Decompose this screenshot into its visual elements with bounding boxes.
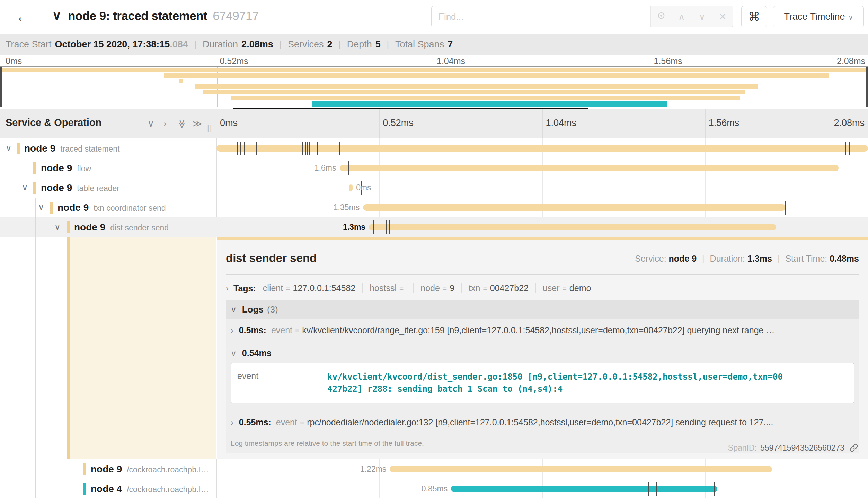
indent-guide	[35, 479, 36, 498]
back-arrow-icon: ←	[16, 9, 30, 24]
span-row[interactable]: ∨node 9traced statement	[0, 138, 868, 158]
summary-item: Services2	[288, 39, 333, 50]
log-field-key: event	[237, 371, 327, 395]
minimap-right-scrubber[interactable]	[866, 67, 868, 107]
chevron-down-icon[interactable]: ∨	[54, 222, 61, 232]
axis-tick-label: 0.52ms	[383, 118, 414, 128]
expand-all-icon[interactable]: ≫	[193, 118, 202, 129]
log-tick	[312, 142, 312, 155]
indent-guide	[68, 479, 68, 498]
overview-label: Start Time:	[785, 254, 830, 263]
minimap-left-scrubber[interactable]	[0, 67, 2, 107]
span-tree-cell[interactable]: ∨node 9txn coordinator send	[0, 198, 216, 217]
collapse-trace-icon[interactable]: ∨	[52, 8, 62, 23]
expand-one-icon[interactable]: ›	[163, 118, 167, 129]
service-name: node 9traced statement	[24, 143, 120, 154]
minimap-tick-label: 2.08ms	[837, 56, 865, 66]
axis-tick-label: 0ms	[220, 118, 238, 128]
span-row[interactable]: ∨node 9table reader0ms	[0, 178, 868, 198]
span-tree-cell[interactable]: node 9/cockroach.roachpb.I…	[0, 459, 216, 479]
log-row-toggle[interactable]: ›0.5ms:event=kv/kvclient/kvcoord/range_i…	[226, 319, 859, 342]
span-duration-bar[interactable]	[369, 224, 776, 230]
indent-guide	[35, 217, 36, 237]
detail-left-column	[0, 237, 216, 459]
span-bar-cell[interactable]: 0.85ms	[216, 479, 868, 498]
minimap-axis: 0ms0.52ms1.04ms1.56ms2.08ms	[0, 56, 868, 66]
tag-item: hostssl=	[370, 283, 406, 293]
service-color-bar	[83, 483, 86, 495]
axis-gridline	[705, 109, 706, 138]
summary-item: Total Spans7	[395, 39, 453, 50]
operation-name: traced statement	[60, 144, 119, 153]
minimap-span-bar	[203, 90, 745, 94]
log-row-toggle[interactable]: ∨0.54ms	[226, 342, 859, 362]
find-next-icon[interactable]: ∨	[696, 11, 708, 22]
span-bar-cell[interactable]: 1.35ms	[216, 198, 868, 217]
span-duration-bar[interactable]	[216, 145, 868, 152]
collapse-all-icon[interactable]: ≫	[177, 119, 187, 128]
span-duration-bar[interactable]	[340, 165, 839, 171]
locate-icon[interactable]	[655, 11, 667, 23]
separator	[413, 283, 414, 293]
service-color-bar	[33, 182, 36, 194]
back-button[interactable]: ←	[0, 0, 46, 33]
span-duration-bar[interactable]	[451, 486, 717, 492]
find-input[interactable]	[432, 6, 650, 27]
log-row-toggle[interactable]: ›0.55ms:event=rpc/nodedialer/nodedialer.…	[226, 411, 859, 434]
chevron-down-icon[interactable]: ∨	[38, 202, 44, 212]
span-row[interactable]: ∨node 9dist sender send1.3ms	[0, 217, 868, 237]
logs-header[interactable]: ∨ Logs (3)	[226, 300, 859, 319]
span-bar-cell[interactable]: 0ms	[216, 178, 868, 198]
span-tree-cell[interactable]: node 4/cockroach.roachpb.I…	[0, 479, 216, 498]
log-tick	[714, 482, 715, 496]
span-tree-cell[interactable]: ∨node 9dist sender send	[0, 217, 216, 237]
trace-id: 6749717	[213, 9, 259, 22]
minimap-span-bar	[312, 101, 667, 107]
log-tick	[845, 142, 846, 155]
service-color-bar	[67, 221, 70, 233]
find-prev-icon[interactable]: ∧	[675, 11, 688, 22]
span-duration-bar[interactable]	[390, 466, 772, 472]
link-icon[interactable]	[849, 443, 859, 453]
chevron-down-icon[interactable]: ∨	[6, 143, 12, 153]
tag-item: user=demo	[543, 283, 591, 293]
span-bar-cell[interactable]	[216, 138, 868, 158]
collapse-one-icon[interactable]: ∨	[148, 118, 154, 129]
log-field-value: kv/kvclient/kvcoord/dist_sender.go:1850 …	[327, 371, 783, 395]
minimap-canvas[interactable]	[0, 66, 868, 107]
chevron-down-icon: ∨	[231, 305, 237, 314]
span-bar-cell[interactable]: 1.3ms	[216, 217, 868, 237]
span-row[interactable]: node 4/cockroach.roachpb.I…0.85ms	[0, 479, 868, 498]
span-duration-bar[interactable]	[363, 204, 786, 211]
indent-guide	[19, 459, 19, 479]
span-color-strip	[217, 237, 868, 240]
span-row[interactable]: node 9flow1.6ms	[0, 158, 868, 178]
find-clear-icon[interactable]: ✕	[716, 11, 729, 22]
span-bar-cell[interactable]: 1.6ms	[216, 158, 868, 178]
span-tree-cell[interactable]: ∨node 9table reader	[0, 178, 216, 198]
span-bar-cell[interactable]: 1.22ms	[216, 459, 868, 479]
keyboard-shortcuts-button[interactable]: ⌘	[741, 6, 767, 27]
log-timestamp: 0.54ms	[242, 348, 272, 358]
overview-label: Duration:	[710, 254, 747, 263]
span-tree-cell[interactable]: node 9flow	[0, 158, 216, 178]
log-tick	[348, 161, 349, 175]
chevron-down-icon[interactable]: ∨	[22, 183, 28, 192]
span-detail-band: dist sender send Service: node 9|Duratio…	[0, 237, 868, 459]
overview-value: 1.3ms	[747, 254, 772, 263]
axis-gridline	[379, 109, 380, 138]
span-row[interactable]: ∨node 9txn coordinator send1.35ms	[0, 198, 868, 217]
service-operation-header: Service & Operation ∨ › ≫ ≫ ||	[0, 109, 216, 138]
span-detail-panel: dist sender send Service: node 9|Duratio…	[217, 237, 868, 459]
log-detail-box: eventkv/kvclient/kvcoord/dist_sender.go:…	[231, 363, 854, 403]
log-tick	[305, 142, 306, 155]
log-timestamp: 0.5ms:	[239, 325, 266, 335]
tags-row[interactable]: › Tags: client=127.0.0.1:54582hostssl=no…	[226, 279, 859, 297]
service-name: node 9dist sender send	[74, 222, 169, 233]
column-resize-grip[interactable]: ||	[207, 123, 212, 132]
span-row[interactable]: node 9/cockroach.roachpb.I…1.22ms	[0, 459, 868, 479]
overview-value: 0.48ms	[830, 254, 859, 263]
view-selector-button[interactable]: Trace Timeline∨	[773, 6, 864, 27]
span-tree-cell[interactable]: ∨node 9traced statement	[0, 138, 216, 158]
span-duration-label: 1.3ms	[343, 217, 365, 237]
